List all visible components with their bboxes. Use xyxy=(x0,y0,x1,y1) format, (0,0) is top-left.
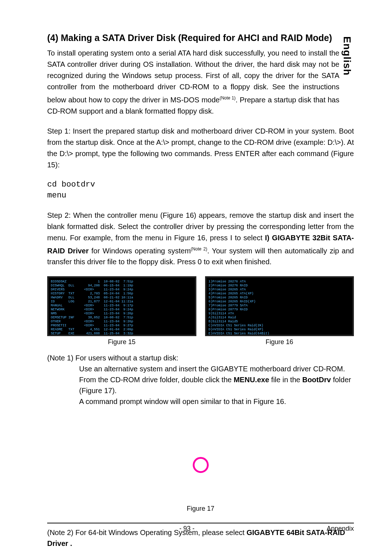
step1-paragraph: Step 1: Insert the prepared startup disk… xyxy=(47,126,354,171)
figure-15-console: BIOSDSKZ 1 10-08-02 7:51p DISWHQL DLL 94… xyxy=(47,276,196,336)
figure-15-wrap: BIOSDSKZ 1 10-08-02 7:51p DISWHQL DLL 94… xyxy=(47,276,196,346)
page-footer: - 93 - Appendix xyxy=(47,523,354,532)
para3-b: for Windows operating system xyxy=(89,246,191,254)
figure-17 xyxy=(128,429,273,501)
note2-sup: (Note 2) xyxy=(191,246,207,252)
section-heading: (4) Making a SATA Driver Disk (Required … xyxy=(47,33,354,43)
note1-line1-b: file in the xyxy=(269,376,302,384)
note1-line2: A command prompt window will open simila… xyxy=(79,396,354,407)
page-number: - 93 - xyxy=(179,525,195,532)
intro-paragraph: To install operating system onto a seria… xyxy=(47,48,354,117)
side-language-tab: English xyxy=(341,36,353,76)
note1-label: (Note 1) For users without a startup dis… xyxy=(47,352,354,363)
appendix-label: Appendix xyxy=(327,525,354,532)
note-1: (Note 1) For users without a startup dis… xyxy=(47,352,354,407)
note1-bold2: BootDrv xyxy=(302,376,331,384)
figure-16-console: 1)Promise 20276 ATA 2)Promise 20276 RAID… xyxy=(205,276,354,336)
note1-sup: (Note 1) xyxy=(220,95,236,101)
figure-16-caption: Figure 16 xyxy=(205,338,354,346)
command-block: cd bootdrv menu xyxy=(47,179,354,201)
figure-15-caption: Figure 15 xyxy=(47,338,196,346)
highlight-circle-icon xyxy=(193,457,209,473)
figure-16-wrap: 1)Promise 20276 ATA 2)Promise 20276 RAID… xyxy=(205,276,354,346)
figure-17-caption: Figure 17 xyxy=(47,505,354,513)
note1-bold1: MENU.exe xyxy=(234,376,269,384)
step2-paragraph: Step 2: When the controller menu (Figure… xyxy=(47,210,354,268)
